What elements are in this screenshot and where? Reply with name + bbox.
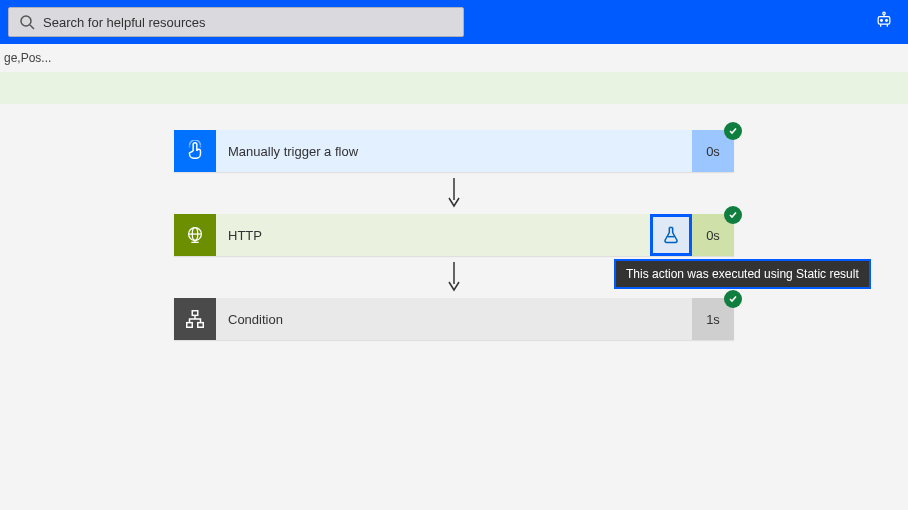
step-title: HTTP (216, 214, 650, 256)
search-box[interactable] (8, 7, 464, 37)
svg-point-0 (21, 16, 31, 26)
svg-rect-17 (198, 323, 204, 328)
step-title: Manually trigger a flow (216, 130, 692, 172)
static-result-tooltip: This action was executed using Static re… (614, 259, 871, 289)
globe-icon (174, 214, 216, 256)
success-badge (724, 206, 742, 224)
svg-rect-16 (187, 323, 193, 328)
step-trigger[interactable]: Manually trigger a flow 0s (174, 130, 734, 172)
svg-point-3 (881, 20, 883, 22)
step-title: Condition (216, 298, 692, 340)
breadcrumb-text: ge,Pos... (4, 51, 51, 65)
header-bar (0, 0, 908, 44)
condition-icon (174, 298, 216, 340)
touch-icon (174, 130, 216, 172)
svg-point-4 (886, 20, 888, 22)
step-condition[interactable]: Condition 1s (174, 298, 734, 340)
breadcrumb: ge,Pos... (0, 44, 908, 72)
search-icon (19, 14, 35, 30)
assistant-icon[interactable] (874, 10, 894, 34)
run-success-banner (0, 72, 908, 104)
static-result-button[interactable] (650, 214, 692, 256)
connector-arrow (174, 172, 734, 214)
step-http[interactable]: HTTP 0s (174, 214, 734, 256)
success-badge (724, 290, 742, 308)
flow-canvas: Manually trigger a flow 0s HTTP (0, 104, 908, 340)
svg-point-6 (883, 12, 886, 15)
flask-icon (661, 225, 681, 245)
svg-line-1 (30, 25, 34, 29)
success-badge (724, 122, 742, 140)
search-input[interactable] (43, 15, 453, 30)
svg-rect-15 (192, 311, 198, 316)
svg-rect-2 (878, 17, 890, 25)
